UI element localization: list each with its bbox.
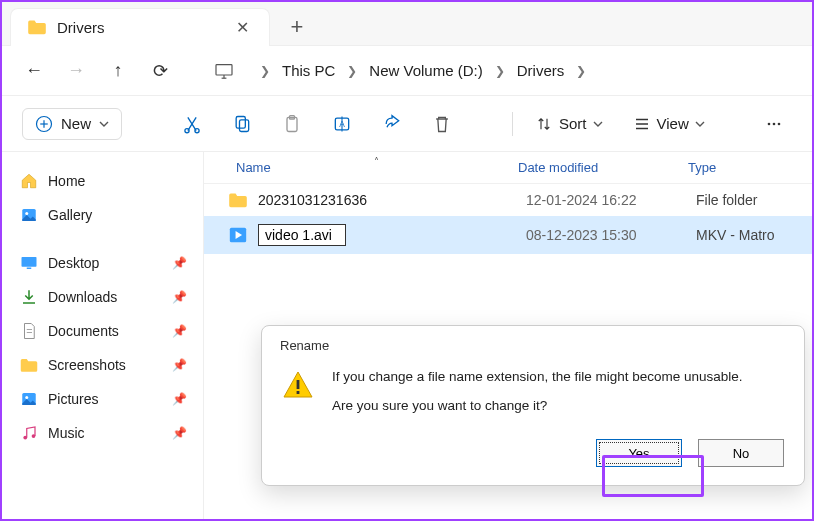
file-type: File folder (696, 192, 788, 208)
pin-icon: 📌 (172, 392, 187, 406)
svg-rect-0 (216, 64, 232, 74)
rename-input[interactable] (258, 224, 346, 246)
pin-icon: 📌 (172, 358, 187, 372)
sidebar-label: Screenshots (48, 357, 126, 373)
nav-bar: ← → ↑ ⟳ ❯ This PC ❯ New Volume (D:) ❯ Dr… (2, 46, 812, 96)
pc-icon[interactable] (208, 55, 240, 87)
documents-icon (20, 322, 38, 340)
column-date[interactable]: Date modified (518, 160, 688, 175)
copy-button[interactable] (224, 106, 260, 142)
back-button[interactable]: ← (18, 55, 50, 87)
yes-button[interactable]: Yes (596, 439, 682, 467)
column-name[interactable]: Name˄ (228, 160, 518, 175)
video-file-icon (228, 226, 248, 244)
view-label: View (657, 115, 689, 132)
breadcrumb-drivers[interactable]: Drivers (511, 58, 571, 83)
view-list-icon (633, 115, 651, 133)
rename-dialog: Rename If you change a file name extensi… (261, 325, 805, 486)
view-button[interactable]: View (625, 109, 713, 139)
svg-rect-9 (240, 119, 249, 131)
sort-button[interactable]: Sort (527, 109, 611, 139)
delete-button[interactable] (424, 106, 460, 142)
pictures-icon (20, 390, 38, 408)
home-icon (20, 172, 38, 190)
pin-icon: 📌 (172, 324, 187, 338)
svg-point-30 (32, 434, 36, 438)
tab-drivers[interactable]: Drivers ✕ (10, 8, 270, 46)
svg-rect-8 (236, 116, 245, 128)
svg-point-22 (25, 212, 28, 215)
refresh-button[interactable]: ⟳ (144, 55, 176, 87)
folder-icon (20, 356, 38, 374)
svg-point-7 (195, 128, 199, 132)
desktop-icon (20, 254, 38, 272)
pin-icon: 📌 (172, 426, 187, 440)
gallery-icon (20, 206, 38, 224)
chevron-down-icon (99, 119, 109, 129)
sidebar-item-documents[interactable]: Documents 📌 (2, 314, 203, 348)
breadcrumb-this-pc[interactable]: This PC (276, 58, 341, 83)
cut-button[interactable] (174, 106, 210, 142)
svg-point-20 (778, 122, 781, 125)
sidebar-item-music[interactable]: Music 📌 (2, 416, 203, 450)
sidebar: Home Gallery Desktop 📌 Downloads 📌 Docum… (2, 152, 204, 519)
dialog-message-2: Are you sure you want to change it? (332, 398, 786, 413)
forward-button[interactable]: → (60, 55, 92, 87)
file-row[interactable]: 08-12-2023 15:30 MKV - Matro (204, 216, 812, 254)
dialog-title: Rename (262, 326, 804, 359)
folder-icon (27, 19, 47, 35)
chevron-down-icon (593, 119, 603, 129)
new-button[interactable]: New (22, 108, 122, 140)
up-button[interactable]: ↑ (102, 55, 134, 87)
column-type[interactable]: Type (688, 160, 788, 175)
file-type: MKV - Matro (696, 227, 788, 243)
downloads-icon (20, 288, 38, 306)
pin-icon: 📌 (172, 290, 187, 304)
svg-rect-32 (297, 380, 300, 389)
chevron-right-icon[interactable]: ❯ (576, 64, 586, 78)
sidebar-item-gallery[interactable]: Gallery (2, 198, 203, 232)
sort-indicator-icon: ˄ (374, 156, 379, 167)
sidebar-item-pictures[interactable]: Pictures 📌 (2, 382, 203, 416)
dialog-message-1: If you change a file name extension, the… (332, 369, 786, 384)
tab-title: Drivers (57, 19, 222, 36)
sort-icon (535, 115, 553, 133)
file-row[interactable]: 20231031231636 12-01-2024 16:22 File fol… (204, 184, 812, 216)
folder-icon (228, 192, 248, 208)
file-name: 20231031231636 (258, 192, 526, 208)
sidebar-item-screenshots[interactable]: Screenshots 📌 (2, 348, 203, 382)
new-button-label: New (61, 115, 91, 132)
svg-point-29 (23, 436, 27, 440)
no-button[interactable]: No (698, 439, 784, 467)
pin-icon: 📌 (172, 256, 187, 270)
music-icon (20, 424, 38, 442)
sidebar-item-desktop[interactable]: Desktop 📌 (2, 246, 203, 280)
sidebar-label: Pictures (48, 391, 99, 407)
sidebar-label: Documents (48, 323, 119, 339)
column-headers: Name˄ Date modified Type (204, 152, 812, 184)
share-button[interactable] (374, 106, 410, 142)
sidebar-item-home[interactable]: Home (2, 164, 203, 198)
warning-icon (280, 369, 316, 413)
new-tab-button[interactable]: + (278, 8, 316, 46)
file-date: 08-12-2023 15:30 (526, 227, 696, 243)
svg-point-18 (768, 122, 771, 125)
svg-rect-24 (27, 268, 32, 270)
chevron-right-icon[interactable]: ❯ (495, 64, 505, 78)
toolbar: New A Sort View (2, 96, 812, 152)
paste-button[interactable] (274, 106, 310, 142)
tab-bar: Drivers ✕ + (2, 2, 812, 46)
chevron-right-icon[interactable]: ❯ (260, 64, 270, 78)
breadcrumb-volume[interactable]: New Volume (D:) (363, 58, 488, 83)
chevron-right-icon[interactable]: ❯ (347, 64, 357, 78)
sidebar-label: Gallery (48, 207, 92, 223)
breadcrumb: ❯ This PC ❯ New Volume (D:) ❯ Drivers ❯ (260, 58, 586, 83)
sidebar-label: Downloads (48, 289, 117, 305)
sidebar-label: Music (48, 425, 85, 441)
rename-button[interactable]: A (324, 106, 360, 142)
more-button[interactable] (756, 106, 792, 142)
close-icon[interactable]: ✕ (232, 14, 253, 41)
sidebar-label: Desktop (48, 255, 99, 271)
sidebar-item-downloads[interactable]: Downloads 📌 (2, 280, 203, 314)
svg-rect-33 (297, 391, 300, 394)
